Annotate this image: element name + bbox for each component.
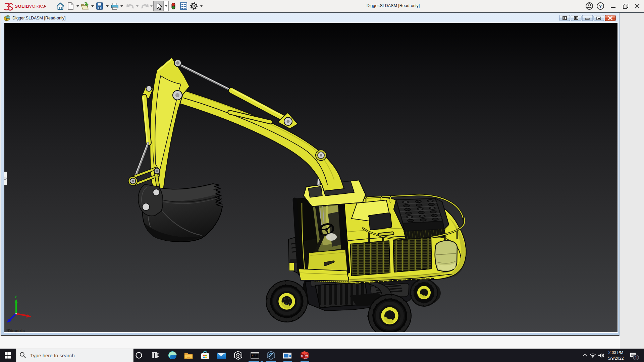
svg-text:S: S xyxy=(301,354,303,358)
svg-text:Y: Y xyxy=(14,295,17,299)
svg-text:*Dimetric: *Dimetric xyxy=(6,328,25,332)
svg-text:?: ? xyxy=(599,4,602,9)
svg-text:W: W xyxy=(305,354,308,357)
svg-text:C:\: C:\ xyxy=(252,354,257,357)
svg-text:SOLID: SOLID xyxy=(15,4,29,9)
svg-text:1: 1 xyxy=(635,356,637,360)
svg-text:WORKS: WORKS xyxy=(28,4,45,9)
svg-text:2021: 2021 xyxy=(304,357,309,360)
